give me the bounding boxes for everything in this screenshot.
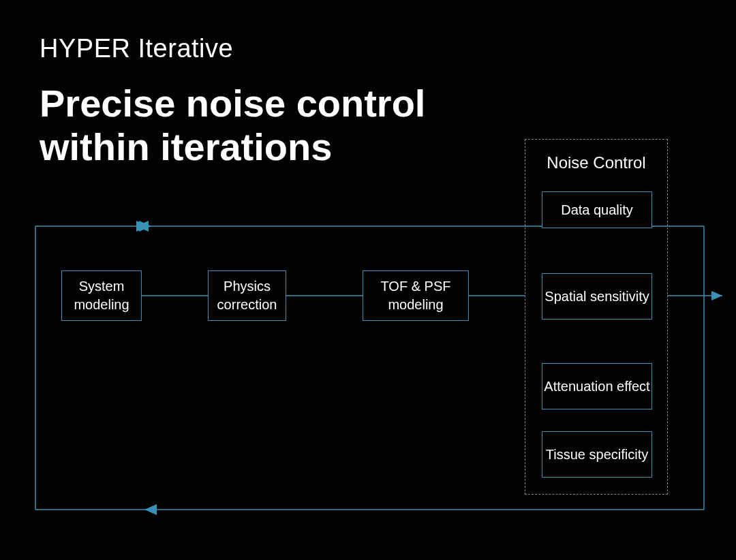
nc-box-spatial-sensitivity: Spatial sensitivity — [542, 273, 652, 320]
diagram-canvas: HYPER Iterative Precise noise control wi… — [0, 0, 736, 560]
svg-marker-7 — [144, 504, 157, 515]
nc-box-data-quality: Data quality — [542, 191, 652, 228]
noise-control-container: Noise Control Data quality Spatial sensi… — [525, 139, 668, 495]
box-label: Physics correction — [214, 277, 280, 314]
nc-box-attenuation-effect: Attenuation effect — [542, 363, 652, 409]
svg-marker-5 — [136, 221, 149, 232]
headline-line-2: within iterations — [40, 125, 332, 168]
box-label: System modeling — [67, 277, 136, 314]
nc-box-label: Attenuation effect — [544, 377, 649, 395]
box-label: TOF & PSF modeling — [369, 277, 463, 314]
nc-box-tissue-specificity: Tissue specificity — [542, 431, 652, 478]
box-system-modeling: System modeling — [61, 270, 142, 321]
subtitle: HYPER Iterative — [40, 34, 233, 63]
svg-marker-6 — [139, 221, 151, 232]
svg-marker-12 — [711, 291, 722, 300]
box-physics-correction: Physics correction — [208, 270, 286, 321]
nc-box-label: Tissue specificity — [546, 446, 648, 463]
svg-marker-4 — [136, 221, 149, 232]
box-tof-psf-modeling: TOF & PSF modeling — [363, 270, 469, 321]
nc-box-label: Data quality — [561, 201, 633, 219]
headline-line-1: Precise noise control — [40, 82, 425, 125]
noise-control-title: Noise Control — [525, 153, 667, 172]
headline: Precise noise control within iterations — [40, 82, 425, 170]
nc-box-label: Spatial sensitivity — [545, 287, 649, 305]
